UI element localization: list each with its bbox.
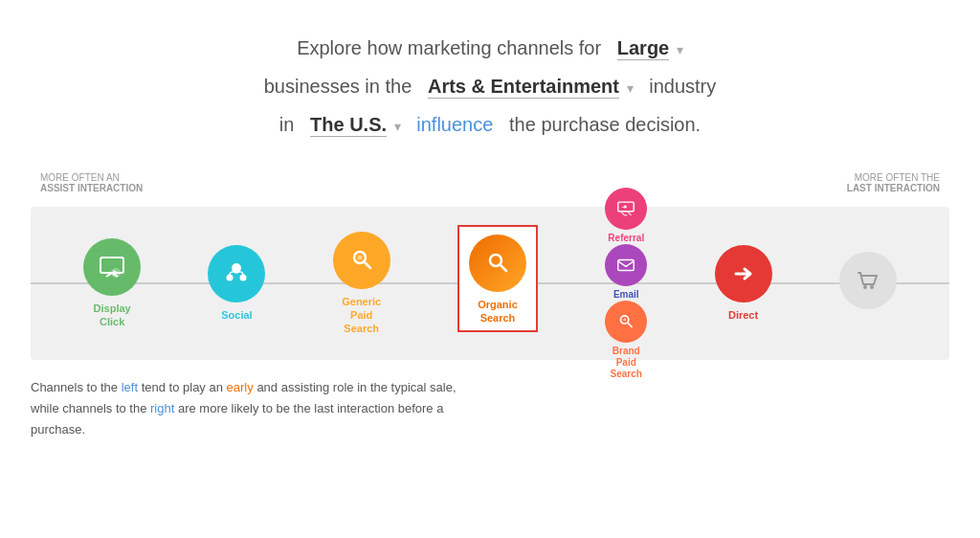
email-bubble — [605, 244, 647, 286]
svg-point-18 — [863, 285, 867, 289]
header-line3-in: in — [279, 114, 295, 135]
header-influence: influence — [416, 114, 493, 135]
social-bubble — [208, 245, 265, 303]
svg-point-17 — [624, 318, 627, 321]
header-line-3: in The U.S. ▾ influence the purchase dec… — [264, 105, 717, 144]
page-container: Explore how marketing channels for Large… — [0, 0, 980, 538]
social-label: Social — [221, 308, 252, 322]
industry-label: industry — [649, 76, 716, 97]
channels-row: DisplayClick Social — [31, 188, 949, 380]
svg-point-19 — [870, 285, 874, 289]
bottom-text-purchase: purchase. — [31, 422, 85, 437]
referral-label: Referral — [608, 233, 644, 244]
timeline-container: DisplayClick Social — [31, 207, 949, 360]
svg-line-6 — [365, 262, 370, 268]
header-line3-post: the purchase decision. — [509, 114, 701, 135]
svg-point-4 — [240, 274, 247, 280]
bottom-text-part2: tend to play an — [142, 380, 227, 394]
channel-social[interactable]: Social — [208, 245, 265, 322]
brand-paid-search-label: BrandPaidSearch — [611, 346, 642, 380]
bottom-text-part4: are more likely to be the last interacti… — [178, 401, 443, 415]
display-click-label: DisplayClick — [94, 302, 131, 329]
channel-referral[interactable]: Referral — [605, 188, 647, 244]
direct-bubble — [715, 245, 772, 303]
email-icon — [615, 255, 636, 276]
referral-bubble — [605, 188, 647, 230]
direct-icon — [728, 258, 759, 289]
industry-dropdown[interactable]: Arts & Entertainment — [428, 76, 619, 99]
channel-display-click[interactable]: DisplayClick — [83, 238, 141, 329]
bottom-text-line1: Channels to the left tend to play an ear… — [31, 377, 949, 398]
organic-search-bubble — [469, 235, 526, 292]
header-section: Explore how marketing channels for Large… — [264, 29, 717, 144]
generic-paid-search-icon — [346, 245, 377, 276]
organic-search-icon — [482, 248, 513, 279]
channel-email[interactable]: Email — [605, 244, 647, 301]
bottom-text-while: while channels to the — [31, 401, 150, 415]
brand-paid-search-bubble — [605, 301, 647, 343]
channel-organic-search[interactable]: OrganicSearch — [457, 225, 538, 333]
bottom-text-part1: Channels to the — [31, 380, 122, 394]
generic-paid-search-label: GenericPaidSearch — [342, 295, 381, 336]
bottom-text-early: early — [227, 380, 254, 394]
svg-line-9 — [501, 265, 506, 271]
social-icon — [221, 258, 252, 289]
size-dropdown-arrow[interactable]: ▾ — [677, 42, 683, 57]
display-click-bubble — [83, 238, 141, 296]
cart-bubble — [839, 252, 897, 309]
header-line-1: Explore how marketing channels for Large… — [264, 29, 717, 67]
display-icon — [97, 252, 127, 282]
header-line2-pre: businesses in the — [264, 76, 412, 97]
organic-search-label: OrganicSearch — [478, 298, 518, 325]
bottom-text-line2: while channels to the right are more lik… — [31, 398, 949, 419]
size-dropdown[interactable]: Large — [617, 37, 669, 60]
channel-brand-paid-search[interactable]: BrandPaidSearch — [605, 301, 647, 380]
direct-label: Direct — [728, 308, 758, 322]
bottom-text-part3: and assisting role in the typical sale, — [256, 380, 456, 394]
referral-icon — [615, 198, 636, 219]
channel-generic-paid-search[interactable]: GenericPaidSearch — [333, 232, 390, 336]
axis-left-sub: MORE OFTEN AN — [40, 172, 120, 183]
stacked-channels: Referral Email — [605, 188, 647, 380]
bottom-text-line3: purchase. — [31, 419, 949, 440]
header-line-2: businesses in the Arts & Entertainment ▾… — [264, 67, 717, 105]
region-dropdown[interactable]: The U.S. — [310, 114, 387, 137]
svg-point-7 — [357, 255, 362, 259]
cart-icon — [853, 265, 883, 296]
svg-line-16 — [628, 323, 632, 326]
svg-rect-14 — [618, 259, 635, 270]
header-line1-pre: Explore how marketing channels for — [297, 37, 601, 58]
bottom-text-left: left — [122, 380, 138, 394]
channel-cart — [839, 252, 897, 315]
generic-paid-search-bubble — [333, 232, 390, 289]
brand-paid-search-icon — [615, 311, 636, 332]
channel-direct[interactable]: Direct — [715, 245, 772, 322]
email-label: Email — [613, 289, 639, 301]
region-dropdown-arrow[interactable]: ▾ — [394, 119, 401, 134]
svg-point-3 — [227, 274, 234, 280]
bottom-text: Channels to the left tend to play an ear… — [31, 377, 949, 440]
industry-dropdown-arrow[interactable]: ▾ — [627, 80, 634, 96]
axis-right-sub: MORE OFTEN THE — [855, 172, 940, 183]
bottom-text-right: right — [150, 401, 174, 415]
